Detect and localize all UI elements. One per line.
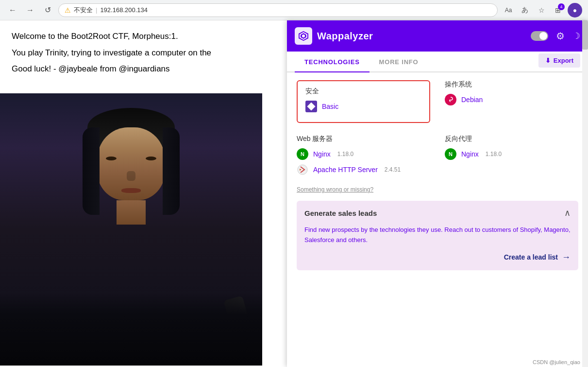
browser-toolbar: ← → ↺ ⚠ 不安全 | 192.168.200.134 Aa あ ☆ ⊞ 4…: [0, 0, 588, 20]
security-box: 安全 Basic: [297, 80, 430, 123]
svg-point-5: [298, 165, 307, 175]
extensions-button[interactable]: ⊞ 4: [551, 3, 565, 17]
sales-leads-header[interactable]: Generate sales leads ∧: [297, 201, 578, 225]
warning-label: 不安全: [74, 6, 93, 15]
back-button[interactable]: ←: [6, 3, 19, 17]
tech-item-basic: Basic: [305, 101, 421, 112]
web-server-title: Web 服务器: [297, 135, 430, 143]
settings-icon[interactable]: ⚙: [556, 30, 565, 42]
tech-item-nginx-proxy: N Nginx 1.18.0: [445, 148, 578, 160]
header-actions: ⚙ ☽: [531, 30, 580, 42]
apache-link[interactable]: Apache HTTP Server: [313, 166, 378, 174]
scrollbar-track[interactable]: [582, 20, 588, 367]
security-warning-icon: ⚠: [65, 6, 71, 14]
nginx-proxy-icon: N: [445, 148, 456, 160]
nginx-version: 1.18.0: [337, 151, 353, 157]
page-content: Welcome to the Boot2Root CTF, Morpheus:1…: [0, 20, 588, 367]
export-icon: ⬇: [545, 57, 551, 64]
technologies-content: 安全 Basic 操作系统: [287, 72, 588, 367]
tabs-bar: TECHNOLOGIES MORE INFO ⬇ Export: [287, 52, 588, 72]
security-title: 安全: [305, 87, 421, 96]
webpage-line3: Good luck! - @jaybeale from @inguardians: [12, 63, 251, 75]
debian-link[interactable]: Debian: [461, 96, 483, 104]
wappalyzer-logo: Wappalyzer: [295, 27, 373, 45]
export-button[interactable]: ⬇ Export: [538, 53, 580, 68]
address-bar[interactable]: ⚠ 不安全 | 192.168.200.134: [58, 3, 498, 17]
nginx-proxy-version: 1.18.0: [486, 151, 502, 157]
tech-grid: 安全 Basic 操作系统: [297, 80, 578, 179]
nginx-icon: N: [297, 148, 308, 160]
attribution-text: CSDN @julien_qiao: [533, 359, 580, 365]
toggle-switch[interactable]: [531, 31, 548, 41]
sales-leads-description: Find new prospects by the technologies t…: [304, 225, 571, 245]
wappalyzer-header: Wappalyzer ⚙ ☽: [287, 20, 588, 52]
os-section: 操作系统 Debian: [445, 80, 578, 125]
os-title: 操作系统: [445, 80, 578, 89]
debian-icon: [445, 94, 456, 105]
trinity-image: [0, 93, 262, 366]
wappalyzer-panel: Wappalyzer ⚙ ☽ TECHNOLOGIES MORE INFO ⬇ …: [287, 20, 588, 367]
basic-tech-icon: [305, 101, 317, 112]
webpage-line2: You play Trinity, trying to investigate …: [12, 47, 251, 59]
nginx-proxy-link[interactable]: Nginx: [461, 150, 479, 158]
something-wrong-link[interactable]: Something wrong or missing?: [297, 186, 578, 193]
sales-leads-title: Generate sales leads: [304, 209, 377, 217]
scrollbar-thumb[interactable]: [582, 20, 588, 50]
reader-mode-button[interactable]: Aa: [502, 3, 515, 17]
tab-technologies[interactable]: TECHNOLOGIES: [295, 52, 370, 71]
security-section: 安全 Basic: [297, 80, 430, 125]
bookmark-button[interactable]: ☆: [535, 3, 548, 17]
apache-icon: [297, 164, 308, 175]
collapse-chevron-icon: ∧: [564, 208, 571, 218]
web-server-section: Web 服务器 N Nginx 1.18.0: [297, 135, 430, 179]
logo-icon: [295, 27, 312, 45]
create-lead-arrow-icon: →: [562, 252, 571, 262]
forward-button[interactable]: →: [23, 3, 37, 17]
wappalyzer-title: Wappalyzer: [317, 31, 373, 42]
tab-more-info[interactable]: MORE INFO: [370, 52, 428, 71]
webpage-content: Welcome to the Boot2Root CTF, Morpheus:1…: [0, 20, 262, 367]
extensions-badge: 4: [558, 3, 565, 10]
svg-point-3: [302, 35, 305, 37]
reverse-proxy-section: 反向代理 N Nginx 1.18.0: [445, 135, 578, 179]
sales-leads-body: Find new prospects by the technologies t…: [297, 225, 578, 270]
sales-leads-section: Generate sales leads ∧ Find new prospect…: [297, 201, 578, 270]
apache-version: 2.4.51: [385, 166, 401, 173]
tech-item-debian: Debian: [445, 94, 578, 105]
profile-button[interactable]: ●: [568, 3, 582, 17]
browser-action-buttons: Aa あ ☆ ⊞ 4 ●: [502, 3, 582, 17]
basic-link[interactable]: Basic: [322, 103, 338, 110]
nginx-link[interactable]: Nginx: [313, 150, 331, 158]
address-text: 192.168.200.134: [100, 6, 148, 14]
reverse-proxy-title: 反向代理: [445, 135, 578, 143]
create-lead-list-button[interactable]: Create a lead list →: [304, 252, 571, 262]
tech-item-apache: Apache HTTP Server 2.4.51: [297, 164, 430, 175]
font-button[interactable]: あ: [518, 3, 532, 17]
webpage-line1: Welcome to the Boot2Root CTF, Morpheus:1…: [12, 30, 251, 43]
tech-item-nginx: N Nginx 1.18.0: [297, 148, 430, 160]
reload-button[interactable]: ↺: [41, 3, 54, 17]
moon-icon[interactable]: ☽: [572, 31, 580, 41]
